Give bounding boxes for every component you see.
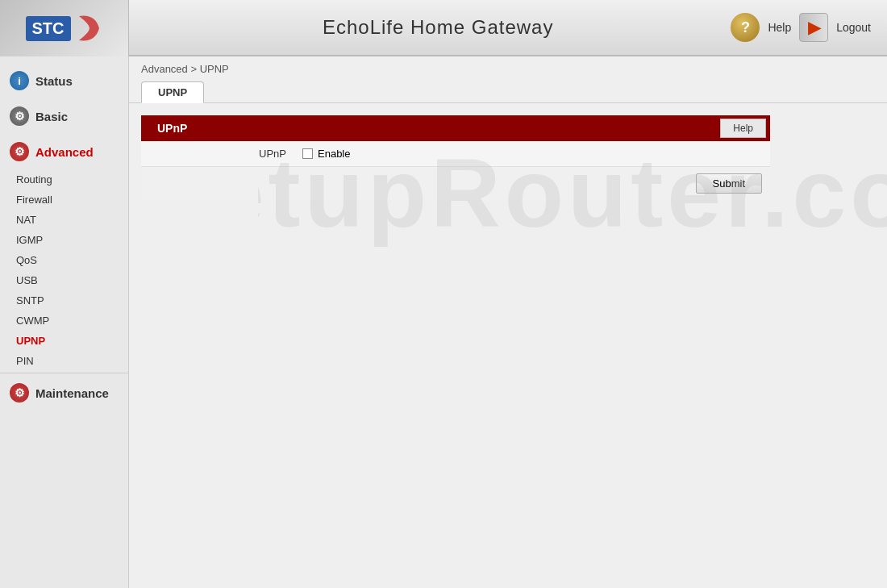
sidebar-advanced-label: Advanced [35, 145, 94, 159]
sntp-label: SNTP [16, 294, 44, 307]
sidebar-divider [0, 373, 128, 373]
upnp-field-label: UPnP [141, 148, 302, 160]
tab-upnp[interactable]: UPNP [141, 81, 204, 103]
sidebar-basic-label: Basic [35, 110, 68, 123]
sidebar-status-label: Status [35, 74, 73, 88]
upnp-label: UPNP [16, 335, 45, 347]
logout-label: Logout [836, 21, 871, 34]
upnp-table-title: UPnP [141, 115, 203, 141]
sidebar-item-igmp[interactable]: IGMP [0, 230, 128, 250]
sidebar-item-maintenance[interactable]: ⚙ Maintenance [0, 375, 128, 411]
pin-label: PIN [16, 355, 34, 367]
content-area: SetupRouter.com Advanced > UPNP UPNP UPn… [129, 56, 887, 588]
qos-label: QoS [16, 254, 37, 266]
firewall-label: Firewall [16, 194, 52, 206]
upnp-table-header: UPnP Help [141, 115, 770, 141]
tab-upnp-label: UPNP [158, 86, 187, 98]
help-button[interactable]: Help [768, 21, 791, 34]
upnp-help-button[interactable]: Help [720, 119, 766, 138]
logo-area: STC [0, 0, 129, 56]
maintenance-label: Maintenance [35, 386, 109, 400]
igmp-label: IGMP [16, 234, 43, 246]
routing-label: Routing [16, 173, 52, 186]
sidebar-item-nat[interactable]: NAT [0, 210, 128, 230]
sidebar-item-advanced[interactable]: ⚙ Advanced [0, 134, 128, 169]
logout-button[interactable]: Logout [836, 21, 871, 34]
sidebar-item-usb[interactable]: USB [0, 270, 128, 290]
logout-icon[interactable]: ▶ [799, 13, 828, 42]
upnp-enable-checkbox[interactable] [302, 148, 313, 159]
upnp-field-value: Enable [302, 148, 350, 160]
main-layout: i Status ⚙ Basic ⚙ Advanced Routing [0, 56, 887, 588]
status-icon: i [10, 71, 29, 90]
stc-logo-text: STC [26, 16, 71, 41]
maintenance-icon: ⚙ [10, 383, 29, 402]
content-panel: UPnP Help UPnP Enable Submit [129, 103, 887, 212]
logout-arrow-icon: ▶ [808, 18, 820, 37]
sidebar-item-routing[interactable]: Routing [0, 169, 128, 190]
header: STC EchoLife Home Gateway ? Help ▶ Logou… [0, 0, 887, 56]
upnp-field-row: UPnP Enable [141, 141, 770, 167]
app-title: EchoLife Home Gateway [323, 16, 553, 39]
sidebar: i Status ⚙ Basic ⚙ Advanced Routing [0, 56, 129, 588]
advanced-icon: ⚙ [10, 142, 29, 161]
sidebar-item-status[interactable]: i Status [0, 63, 128, 98]
breadcrumb-text: Advanced > UPNP [141, 63, 229, 75]
sidebar-item-qos[interactable]: QoS [0, 250, 128, 270]
sidebar-item-upnp[interactable]: UPNP [0, 331, 128, 351]
sidebar-item-pin[interactable]: PIN [0, 351, 128, 371]
help-symbol: ? [741, 19, 750, 36]
tab-bar: UPNP [129, 81, 887, 103]
upnp-table: UPnP Help UPnP Enable Submit [141, 115, 770, 200]
help-circle-icon[interactable]: ? [731, 13, 760, 42]
submit-button[interactable]: Submit [696, 173, 762, 194]
stc-wing-icon [75, 12, 103, 44]
upnp-enable-label: Enable [318, 148, 350, 160]
sidebar-item-firewall[interactable]: Firewall [0, 190, 128, 210]
upnp-submit-row: Submit [141, 167, 770, 200]
sidebar-item-basic[interactable]: ⚙ Basic [0, 98, 128, 134]
breadcrumb: Advanced > UPNP [129, 56, 887, 81]
cwmp-label: CWMP [16, 315, 49, 327]
usb-label: USB [16, 274, 38, 286]
sidebar-item-sntp[interactable]: SNTP [0, 290, 128, 311]
sidebar-item-cwmp[interactable]: CWMP [0, 311, 128, 331]
nat-label: NAT [16, 214, 36, 226]
header-actions: ? Help ▶ Logout [731, 13, 871, 42]
help-label: Help [768, 21, 791, 34]
basic-icon: ⚙ [10, 106, 29, 126]
sidebar-section-main: i Status ⚙ Basic ⚙ Advanced Routing [0, 56, 128, 417]
